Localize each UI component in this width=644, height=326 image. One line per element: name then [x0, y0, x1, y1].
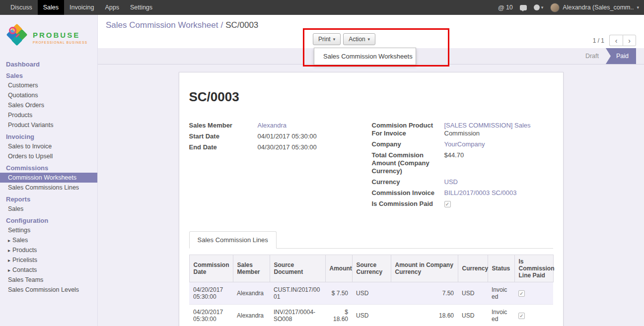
mentions-badge[interactable]: @ 10 — [498, 4, 513, 11]
messages-icon[interactable] — [520, 5, 527, 10]
caret-down-icon: ▾ — [541, 5, 544, 10]
table-row[interactable]: 04/20/2017 05:30:00 Alexandra INV/2017/0… — [189, 305, 553, 326]
sidebar-item-sales-commissions-lines[interactable]: Sales Commissions Lines — [0, 183, 97, 193]
field-value-commission-product[interactable]: [SALES COMMISSION] Sales — [444, 122, 531, 129]
sidebar-item-customers[interactable]: Customers — [0, 80, 97, 90]
activity-menu[interactable]: ▾ — [534, 4, 544, 10]
line-paid-checkbox[interactable]: ✓ — [518, 290, 525, 297]
pager-previous-button[interactable]: ‹ — [609, 35, 623, 46]
sidebar-menu: Dashboard Sales Customers Quotations Sal… — [0, 60, 97, 295]
field-value-company[interactable]: YourCompany — [444, 140, 485, 148]
sidebar-item-label: Sales — [12, 237, 28, 244]
cell-source-currency: USD — [352, 282, 391, 305]
sidebar-item-settings[interactable]: Settings — [0, 225, 97, 235]
cell-status: Invoiced — [488, 282, 514, 305]
field-label-end-date: End Date — [189, 143, 258, 151]
pager: 1 / 1 ‹ › — [593, 35, 636, 46]
sidebar-item-config-products[interactable]: ▸Products — [0, 245, 97, 255]
caret-right-icon: ▸ — [8, 238, 10, 243]
tab-bar: Sales Commission Lines — [189, 231, 553, 249]
col-header-is-commission-line-paid[interactable]: Is Commission Line Paid — [514, 255, 553, 282]
nav-item-discuss[interactable]: Discuss — [5, 0, 38, 15]
user-menu[interactable]: Alexandra (Sales_comm.. ▾ — [550, 3, 639, 12]
control-panel: Sales Commission Worksheet/SC/0003 Print… — [98, 15, 644, 48]
cell-currency: USD — [458, 305, 488, 326]
field-value-end-date: 04/30/2017 05:30:00 — [258, 143, 372, 151]
sidebar-item-sales-to-invoice[interactable]: Sales to Invoice — [0, 141, 97, 151]
form-fields: Sales Member Alexandra Start Date 04/01/… — [189, 122, 553, 211]
sidebar-item-config-sales[interactable]: ▸Sales — [0, 235, 97, 245]
sidebar-heading-sales[interactable]: Sales — [0, 71, 97, 80]
cell-company-amount: 18.60 — [391, 305, 458, 326]
sidebar: PROBUSE PROFESSIONAL BUSINESS Dashboard … — [0, 15, 98, 326]
breadcrumb-parent-link[interactable]: Sales Commission Worksheet — [106, 20, 218, 30]
sidebar-item-quotations[interactable]: Quotations — [0, 90, 97, 100]
field-label-commission-product: Commision Product For Invoice — [372, 122, 444, 137]
status-paid[interactable]: Paid — [606, 48, 636, 64]
user-name: Alexandra (Sales_comm.. — [563, 4, 634, 11]
field-label-total-commission-amount: Total Commision Amount (Company Currency… — [372, 151, 444, 175]
cell-status: Invoiced — [488, 305, 514, 326]
cell-commission-date: 04/20/2017 05:30:00 — [189, 282, 233, 305]
sidebar-item-contacts[interactable]: ▸Contacts — [0, 265, 97, 275]
sidebar-heading-dashboard[interactable]: Dashboard — [0, 60, 97, 69]
col-header-sales-member[interactable]: Sales Member — [233, 255, 270, 282]
field-value-commission-invoice[interactable]: BILL/2017/0003 SC/0003 — [444, 189, 517, 196]
line-paid-checkbox[interactable]: ✓ — [518, 313, 525, 319]
cell-commission-date: 04/20/2017 05:30:00 — [189, 305, 233, 326]
status-draft[interactable]: Draft — [578, 48, 606, 64]
caret-down-icon: ▾ — [368, 37, 370, 42]
magnifier-icon — [9, 27, 16, 34]
col-header-amount-company-currency[interactable]: Amount in Company Currency — [391, 255, 458, 282]
control-panel-buttons: Print ▾ Action ▾ — [313, 33, 375, 45]
nav-item-settings[interactable]: Settings — [125, 0, 158, 15]
pager-next-button[interactable]: › — [623, 35, 636, 46]
field-label-company: Company — [372, 140, 444, 148]
print-dropdown-menu: Sales Commission Worksheets — [314, 48, 416, 65]
breadcrumb-current: SC/0003 — [225, 20, 258, 30]
sidebar-item-pricelists[interactable]: ▸Pricelists — [0, 255, 97, 265]
col-header-source-currency[interactable]: Source Currency — [352, 255, 391, 282]
sidebar-heading-reports[interactable]: Reports — [0, 195, 97, 204]
sidebar-item-commission-worksheets[interactable]: Commission Worksheets — [0, 173, 97, 183]
sidebar-item-product-variants[interactable]: Product Variants — [0, 120, 97, 130]
table-row[interactable]: 04/20/2017 05:30:00 Alexandra CUST.IN/20… — [189, 282, 553, 305]
sidebar-item-sales-teams[interactable]: Sales Teams — [0, 275, 97, 285]
col-header-currency[interactable]: Currency — [458, 255, 488, 282]
action-button[interactable]: Action ▾ — [343, 33, 375, 45]
field-value-sales-member[interactable]: Alexandra — [258, 122, 287, 129]
caret-right-icon: ▸ — [8, 258, 10, 263]
sidebar-item-orders-to-upsell[interactable]: Orders to Upsell — [0, 151, 97, 161]
is-commission-paid-checkbox[interactable]: ✓ — [444, 201, 451, 207]
logo-title: PROBUSE — [33, 31, 87, 39]
col-header-source-document[interactable]: Source Document — [270, 255, 325, 282]
col-header-amount[interactable]: Amount — [325, 255, 352, 282]
cell-amount: $ 7.50 — [325, 282, 352, 305]
dropdown-item-sales-commission-worksheets[interactable]: Sales Commission Worksheets — [314, 50, 416, 63]
probuse-logo-icon — [6, 24, 29, 51]
nav-item-invoicing[interactable]: Invoicing — [64, 0, 99, 15]
col-header-commission-date[interactable]: Commission Date — [189, 255, 233, 282]
field-value-commission-product-line2: Commission — [444, 130, 480, 137]
field-value-currency[interactable]: USD — [444, 178, 458, 186]
cell-source-document: CUST.IN/2017/0001 — [270, 282, 325, 305]
sheet: SC/0003 Sales Member Alexandra Start Dat… — [179, 72, 564, 326]
col-header-status[interactable]: Status — [488, 255, 514, 282]
print-button-label: Print — [318, 36, 331, 43]
nav-item-apps[interactable]: Apps — [99, 0, 125, 15]
sidebar-heading-commissions[interactable]: Commissions — [0, 163, 97, 173]
caret-right-icon: ▸ — [8, 248, 10, 253]
cell-source-currency: USD — [352, 305, 391, 326]
top-navbar: Discuss Sales Invoicing Apps Settings @ … — [0, 0, 644, 15]
sidebar-heading-configuration[interactable]: Configuration — [0, 216, 97, 225]
sidebar-item-reports-sales[interactable]: Sales — [0, 204, 97, 214]
nav-item-sales[interactable]: Sales — [38, 0, 64, 15]
sidebar-item-sales-orders[interactable]: Sales Orders — [0, 100, 97, 110]
mention-count: 10 — [506, 4, 513, 11]
tab-sales-commission-lines[interactable]: Sales Commission Lines — [189, 231, 277, 249]
probuse-logo: PROBUSE PROFESSIONAL BUSINESS — [0, 15, 97, 58]
sidebar-item-sales-commission-levels[interactable]: Sales Commission Levels — [0, 285, 97, 295]
sidebar-heading-invoicing[interactable]: Invoicing — [0, 132, 97, 141]
sidebar-item-products[interactable]: Products — [0, 110, 97, 120]
print-button[interactable]: Print ▾ — [313, 33, 341, 45]
